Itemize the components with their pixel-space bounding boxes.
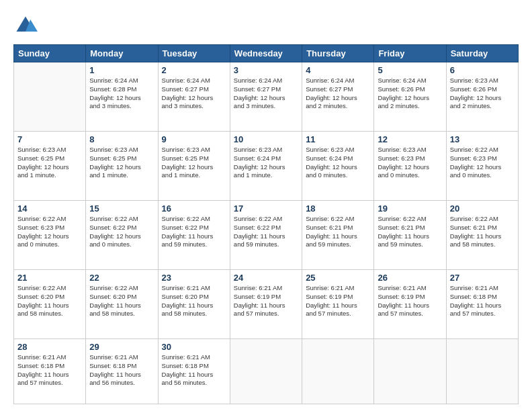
calendar-cell: 3Sunrise: 6:24 AM Sunset: 6:27 PM Daylig… <box>230 62 302 132</box>
day-number: 2 <box>162 65 226 75</box>
day-info: Sunrise: 6:22 AM Sunset: 6:22 PM Dayligh… <box>234 215 298 249</box>
weekday-header-row: SundayMondayTuesdayWednesdayThursdayFrid… <box>14 45 519 62</box>
day-info: Sunrise: 6:21 AM Sunset: 6:20 PM Dayligh… <box>162 284 226 318</box>
calendar-cell <box>14 62 86 132</box>
calendar-cell: 14Sunrise: 6:22 AM Sunset: 6:23 PM Dayli… <box>14 200 86 269</box>
day-info: Sunrise: 6:22 AM Sunset: 6:23 PM Dayligh… <box>450 146 515 180</box>
calendar-table: SundayMondayTuesdayWednesdayThursdayFrid… <box>13 44 519 404</box>
day-info: Sunrise: 6:23 AM Sunset: 6:25 PM Dayligh… <box>89 146 154 180</box>
calendar-cell: 20Sunrise: 6:22 AM Sunset: 6:21 PM Dayli… <box>446 200 518 269</box>
day-info: Sunrise: 6:21 AM Sunset: 6:18 PM Dayligh… <box>89 353 154 387</box>
day-number: 30 <box>162 342 226 352</box>
day-info: Sunrise: 6:24 AM Sunset: 6:27 PM Dayligh… <box>234 77 298 111</box>
day-info: Sunrise: 6:22 AM Sunset: 6:21 PM Dayligh… <box>378 215 442 249</box>
day-info: Sunrise: 6:21 AM Sunset: 6:18 PM Dayligh… <box>162 353 226 387</box>
day-info: Sunrise: 6:24 AM Sunset: 6:28 PM Dayligh… <box>89 77 154 111</box>
day-number: 10 <box>234 134 298 144</box>
weekday-header-saturday: Saturday <box>446 45 518 62</box>
calendar-cell <box>374 338 446 404</box>
weekday-header-friday: Friday <box>374 45 446 62</box>
header <box>13 13 519 38</box>
day-number: 19 <box>378 203 442 214</box>
calendar-cell: 29Sunrise: 6:21 AM Sunset: 6:18 PM Dayli… <box>86 338 158 404</box>
day-info: Sunrise: 6:22 AM Sunset: 6:22 PM Dayligh… <box>89 215 154 249</box>
day-info: Sunrise: 6:22 AM Sunset: 6:22 PM Dayligh… <box>162 215 226 249</box>
day-number: 29 <box>89 342 154 352</box>
calendar-cell: 5Sunrise: 6:24 AM Sunset: 6:26 PM Daylig… <box>374 62 446 132</box>
day-number: 26 <box>378 273 442 283</box>
week-row-4: 21Sunrise: 6:22 AM Sunset: 6:20 PM Dayli… <box>14 269 519 338</box>
week-row-5: 28Sunrise: 6:21 AM Sunset: 6:18 PM Dayli… <box>14 338 519 404</box>
logo <box>13 13 40 38</box>
day-number: 17 <box>234 203 298 214</box>
day-info: Sunrise: 6:21 AM Sunset: 6:19 PM Dayligh… <box>378 284 442 318</box>
calendar-cell: 12Sunrise: 6:23 AM Sunset: 6:23 PM Dayli… <box>374 131 446 200</box>
day-number: 13 <box>450 134 515 144</box>
calendar-cell: 2Sunrise: 6:24 AM Sunset: 6:27 PM Daylig… <box>158 62 230 132</box>
day-info: Sunrise: 6:21 AM Sunset: 6:18 PM Dayligh… <box>17 353 82 387</box>
day-number: 23 <box>162 273 226 283</box>
calendar-cell: 25Sunrise: 6:21 AM Sunset: 6:19 PM Dayli… <box>302 269 374 338</box>
weekday-header-monday: Monday <box>86 45 158 62</box>
weekday-header-wednesday: Wednesday <box>230 45 302 62</box>
day-number: 21 <box>17 273 82 283</box>
calendar-cell: 27Sunrise: 6:21 AM Sunset: 6:18 PM Dayli… <box>446 269 518 338</box>
day-info: Sunrise: 6:22 AM Sunset: 6:20 PM Dayligh… <box>89 284 154 318</box>
calendar-cell: 7Sunrise: 6:23 AM Sunset: 6:25 PM Daylig… <box>14 131 86 200</box>
day-number: 5 <box>378 65 442 75</box>
day-number: 18 <box>306 203 370 214</box>
calendar-cell <box>302 338 374 404</box>
calendar-cell: 15Sunrise: 6:22 AM Sunset: 6:22 PM Dayli… <box>86 200 158 269</box>
day-number: 22 <box>89 273 154 283</box>
calendar-cell: 13Sunrise: 6:22 AM Sunset: 6:23 PM Dayli… <box>446 131 518 200</box>
calendar-cell <box>446 338 518 404</box>
day-info: Sunrise: 6:24 AM Sunset: 6:27 PM Dayligh… <box>162 77 226 111</box>
day-info: Sunrise: 6:21 AM Sunset: 6:19 PM Dayligh… <box>306 284 370 318</box>
day-number: 3 <box>234 65 298 75</box>
calendar-cell <box>230 338 302 404</box>
day-info: Sunrise: 6:22 AM Sunset: 6:20 PM Dayligh… <box>17 284 82 318</box>
calendar-cell: 17Sunrise: 6:22 AM Sunset: 6:22 PM Dayli… <box>230 200 302 269</box>
calendar-cell: 6Sunrise: 6:23 AM Sunset: 6:26 PM Daylig… <box>446 62 518 132</box>
week-row-2: 7Sunrise: 6:23 AM Sunset: 6:25 PM Daylig… <box>14 131 519 200</box>
weekday-header-thursday: Thursday <box>302 45 374 62</box>
calendar-cell: 1Sunrise: 6:24 AM Sunset: 6:28 PM Daylig… <box>86 62 158 132</box>
day-info: Sunrise: 6:23 AM Sunset: 6:25 PM Dayligh… <box>162 146 226 180</box>
week-row-1: 1Sunrise: 6:24 AM Sunset: 6:28 PM Daylig… <box>14 62 519 132</box>
calendar-cell: 10Sunrise: 6:23 AM Sunset: 6:24 PM Dayli… <box>230 131 302 200</box>
calendar-cell: 24Sunrise: 6:21 AM Sunset: 6:19 PM Dayli… <box>230 269 302 338</box>
day-number: 27 <box>450 273 515 283</box>
day-number: 15 <box>89 203 154 214</box>
day-number: 7 <box>17 134 82 144</box>
weekday-header-sunday: Sunday <box>14 45 86 62</box>
day-number: 28 <box>17 342 82 352</box>
day-number: 9 <box>162 134 226 144</box>
day-info: Sunrise: 6:22 AM Sunset: 6:23 PM Dayligh… <box>17 215 82 249</box>
logo-icon <box>13 13 38 38</box>
calendar-cell: 8Sunrise: 6:23 AM Sunset: 6:25 PM Daylig… <box>86 131 158 200</box>
day-info: Sunrise: 6:22 AM Sunset: 6:21 PM Dayligh… <box>450 215 515 249</box>
calendar-cell: 23Sunrise: 6:21 AM Sunset: 6:20 PM Dayli… <box>158 269 230 338</box>
day-number: 20 <box>450 203 515 214</box>
day-number: 4 <box>306 65 370 75</box>
calendar-cell: 16Sunrise: 6:22 AM Sunset: 6:22 PM Dayli… <box>158 200 230 269</box>
day-info: Sunrise: 6:23 AM Sunset: 6:25 PM Dayligh… <box>17 146 82 180</box>
page: SundayMondayTuesdayWednesdayThursdayFrid… <box>0 0 532 411</box>
calendar-cell: 19Sunrise: 6:22 AM Sunset: 6:21 PM Dayli… <box>374 200 446 269</box>
day-number: 16 <box>162 203 226 214</box>
day-info: Sunrise: 6:23 AM Sunset: 6:26 PM Dayligh… <box>450 77 515 111</box>
day-info: Sunrise: 6:24 AM Sunset: 6:27 PM Dayligh… <box>306 77 370 111</box>
day-number: 24 <box>234 273 298 283</box>
day-number: 12 <box>378 134 442 144</box>
calendar-cell: 30Sunrise: 6:21 AM Sunset: 6:18 PM Dayli… <box>158 338 230 404</box>
day-info: Sunrise: 6:23 AM Sunset: 6:24 PM Dayligh… <box>234 146 298 180</box>
calendar-cell: 11Sunrise: 6:23 AM Sunset: 6:24 PM Dayli… <box>302 131 374 200</box>
day-number: 6 <box>450 65 515 75</box>
calendar-cell: 18Sunrise: 6:22 AM Sunset: 6:21 PM Dayli… <box>302 200 374 269</box>
calendar-cell: 4Sunrise: 6:24 AM Sunset: 6:27 PM Daylig… <box>302 62 374 132</box>
day-info: Sunrise: 6:22 AM Sunset: 6:21 PM Dayligh… <box>306 215 370 249</box>
calendar-cell: 22Sunrise: 6:22 AM Sunset: 6:20 PM Dayli… <box>86 269 158 338</box>
day-info: Sunrise: 6:21 AM Sunset: 6:18 PM Dayligh… <box>450 284 515 318</box>
day-number: 1 <box>89 65 154 75</box>
calendar-cell: 9Sunrise: 6:23 AM Sunset: 6:25 PM Daylig… <box>158 131 230 200</box>
